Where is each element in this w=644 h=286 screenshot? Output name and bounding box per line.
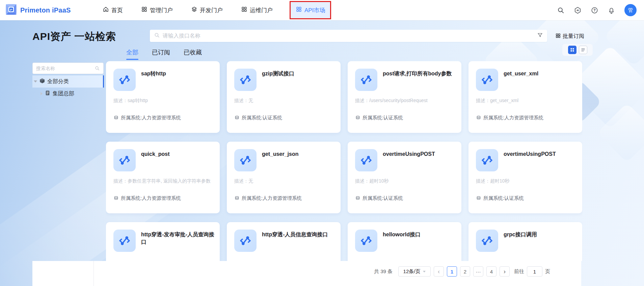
search-icon[interactable]	[557, 6, 565, 14]
api-card[interactable]: post请求,打印所有body参数 描述：/users/security/pos…	[348, 61, 461, 133]
page-button-1[interactable]: 1	[447, 266, 457, 277]
api-card-title: grpc接口调用	[504, 231, 577, 238]
tree-node-label: 全部分类	[47, 78, 69, 85]
api-card-title: sap转http	[141, 70, 214, 77]
page-ellipsis[interactable]: ···	[473, 266, 483, 277]
nav-item-ops-portal[interactable]: 运维门户	[240, 1, 274, 19]
batch-subscribe-icon	[555, 33, 561, 40]
api-card[interactable]: gzip测试接口 描述：无 所属系统:认证系统	[227, 61, 341, 133]
card-view-icon[interactable]	[568, 46, 576, 54]
main-menu: 首页 管理门户 开发门户	[101, 1, 331, 19]
nav-item-label: 开发门户	[200, 6, 223, 14]
nav-item-admin-portal[interactable]: 管理门户	[140, 1, 174, 19]
layers-icon	[191, 6, 197, 14]
api-card-title: quick_post	[141, 150, 214, 158]
home-icon	[103, 6, 109, 14]
api-card[interactable]: grpc接口调用	[468, 222, 582, 261]
next-page-button[interactable]: ›	[500, 266, 510, 277]
tree-node-group-hq[interactable]: 集团总部	[32, 88, 104, 100]
top-nav: P Primeton iPaaS 首页 管理门户	[0, 0, 644, 20]
api-card-system: 所属系统:认证系统	[355, 115, 457, 121]
notification-bell-icon[interactable]	[608, 6, 615, 14]
batch-subscribe-button[interactable]: 批量订阅	[555, 33, 584, 40]
api-card-system-label: 所属系统:人力资源管理系统	[121, 115, 181, 121]
caret-down-icon[interactable]	[34, 80, 37, 82]
page-size-select[interactable]: 12条/页	[398, 266, 431, 277]
api-card-system: 所属系统:人力资源管理系统	[113, 115, 215, 121]
api-icon	[113, 230, 136, 252]
filter-funnel-icon[interactable]	[537, 32, 543, 40]
api-card[interactable]: overtimeUsingPOST 描述：超时10秒 所属系统:认证系统	[468, 142, 582, 213]
nav-item-label: 管理门户	[150, 6, 173, 14]
api-icon	[113, 69, 136, 91]
api-card-description: 描述：无	[234, 178, 336, 184]
nav-item-label: 首页	[111, 6, 123, 14]
api-card-system: 所属系统:认证系统	[355, 195, 457, 201]
pagination: 共 39 条 12条/页 ‹ 1 2 ··· 4 › 前往 页	[374, 266, 550, 277]
tree-node-label: 集团总部	[53, 90, 74, 97]
api-card[interactable]: get_user_xml 描述：get_user_xml 所属系统:人力资源管理…	[468, 61, 582, 133]
view-toggle	[562, 44, 593, 56]
prev-page-button[interactable]: ‹	[434, 266, 444, 277]
page-button-4[interactable]: 4	[486, 266, 497, 277]
api-icon	[234, 230, 257, 252]
api-card[interactable]: quick_post 描述：参数任意字符串, 返回输入的字符串参数 所属系统:人…	[106, 142, 220, 213]
database-icon	[234, 196, 240, 201]
database-icon	[234, 115, 240, 121]
api-card[interactable]: overtimeUsingPOST 描述：超时10秒 所属系统:认证系统	[348, 142, 461, 213]
category-cube-icon	[39, 78, 45, 85]
batch-subscribe-label: 批量订阅	[563, 33, 584, 40]
help-icon[interactable]: ?	[591, 6, 598, 14]
app-window: P Primeton iPaaS 首页 管理门户	[0, 0, 644, 286]
api-card-description: 描述：超时10秒	[355, 178, 457, 184]
page-button-2[interactable]: 2	[460, 266, 470, 277]
api-card-title: get_user_json	[262, 150, 335, 158]
tab-all[interactable]: 全部	[126, 48, 138, 60]
svg-text:P: P	[10, 8, 12, 11]
svg-text:AI: AI	[576, 9, 579, 12]
goto-page-input[interactable]	[527, 266, 542, 277]
tree-node-all-categories[interactable]: 全部分类	[32, 75, 104, 88]
database-icon	[113, 115, 119, 121]
api-card[interactable]: helloworld接口	[348, 222, 461, 261]
api-card-grid: sap转http 描述：sap转http 所属系统:人力资源管理系统 gzip测…	[106, 61, 583, 261]
database-icon	[355, 115, 360, 121]
list-view-icon[interactable]	[579, 46, 587, 54]
tab-favorites[interactable]: 已收藏	[184, 48, 202, 60]
goto-label: 前往	[514, 268, 524, 275]
database-icon	[113, 196, 119, 201]
api-card-system-label: 所属系统:认证系统	[363, 115, 403, 121]
api-icon	[476, 69, 498, 91]
api-search-input[interactable]	[163, 33, 537, 39]
api-card-title: gzip测试接口	[262, 70, 335, 77]
ai-assistant-icon[interactable]: AI	[574, 6, 582, 14]
api-card-description: 描述：sap转http	[113, 98, 215, 104]
nav-item-label: API市场	[304, 6, 325, 14]
api-card-system: 所属系统:人力资源管理系统	[234, 195, 336, 201]
api-card[interactable]: http穿透-人员信息查询接口	[227, 222, 341, 261]
app-grid-icon	[241, 6, 247, 14]
api-card-system: 所属系统:认证系统	[476, 195, 578, 201]
api-card[interactable]: http穿透-发布审批-人员查询接口	[106, 222, 220, 261]
sidebar-search-input[interactable]	[36, 66, 95, 71]
caret-right-icon[interactable]	[41, 92, 43, 95]
nav-item-dev-portal[interactable]: 开发门户	[190, 1, 224, 19]
bottom-bar: 共 39 条 12条/页 ‹ 1 2 ··· 4 › 前往 页	[32, 261, 581, 286]
api-icon	[234, 149, 257, 171]
api-card-title: post请求,打印所有body参数	[383, 70, 456, 77]
api-card-description: 描述：/users/security/postRequest	[355, 98, 457, 104]
nav-item-api-market[interactable]: API市场	[290, 1, 331, 19]
user-avatar[interactable]: 管	[624, 4, 637, 16]
api-card-description: 描述：无	[234, 98, 336, 104]
api-card-description: 描述：超时10秒	[476, 178, 578, 184]
nav-item-home[interactable]: 首页	[101, 1, 124, 19]
api-card[interactable]: sap转http 描述：sap转http 所属系统:人力资源管理系统	[106, 61, 220, 133]
api-card-system-label: 所属系统:人力资源管理系统	[242, 195, 302, 201]
api-icon	[234, 69, 257, 91]
tab-subscribed[interactable]: 已订阅	[152, 48, 170, 60]
category-sidebar: 全部分类 集团总部	[32, 63, 104, 100]
category-tree: 全部分类 集团总部	[32, 75, 104, 100]
tab-bar: 全部 已订阅 已收藏	[126, 48, 202, 60]
app-grid-icon	[141, 6, 147, 14]
api-card[interactable]: get_user_json 描述：无 所属系统:人力资源管理系统	[227, 142, 341, 213]
